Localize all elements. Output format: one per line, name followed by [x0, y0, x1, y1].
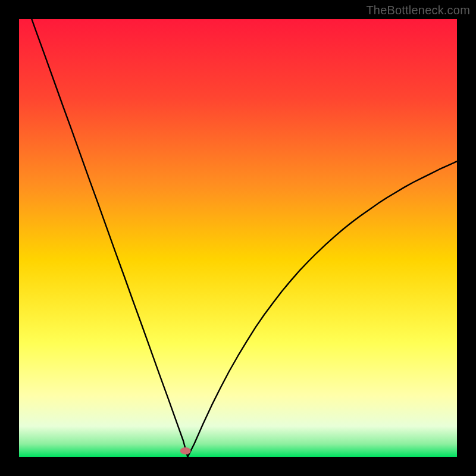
chart-background	[19, 19, 457, 457]
chart-frame	[19, 19, 457, 457]
optimal-point-marker	[180, 447, 191, 455]
watermark-text: TheBottleneck.com	[366, 4, 470, 17]
bottleneck-chart	[19, 19, 457, 457]
